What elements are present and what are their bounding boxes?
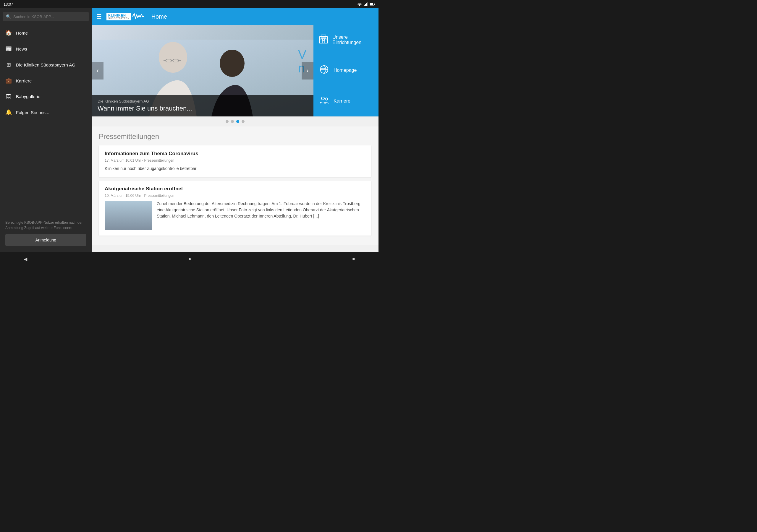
home-button[interactable]: ●: [188, 256, 191, 262]
wifi-icon: [357, 2, 362, 6]
sidebar-item-folgen[interactable]: 🔔 Folgen Sie uns...: [0, 104, 92, 120]
nav-items: 🏠 Home 📰 News ⊞ Die Kliniken Südostbayer…: [0, 25, 92, 216]
status-bar: 13:07: [0, 0, 378, 8]
logo: KLINIKEN SÜDOSTBAYERN: [106, 13, 144, 21]
karriere-icon: [319, 96, 329, 107]
sidebar-item-karriere[interactable]: 💼 Karriere: [0, 73, 92, 89]
back-button[interactable]: ◀: [24, 256, 27, 262]
follow-icon: 🔔: [5, 109, 12, 116]
svg-rect-6: [374, 4, 375, 5]
sidebar-item-folgen-label: Folgen Sie uns...: [16, 110, 49, 115]
caption-subtitle: Die Kliniken Südostbayern AG: [98, 99, 308, 103]
svg-point-23: [321, 97, 324, 100]
svg-point-8: [159, 42, 187, 73]
svg-rect-18: [325, 39, 326, 40]
sidebar-item-news-label: News: [16, 46, 27, 51]
article-2-text: Zunehmender Bedeutung der Altersmedizin …: [157, 201, 366, 230]
hero-dot-4[interactable]: [242, 120, 245, 123]
svg-rect-1: [365, 4, 366, 6]
sidebar-item-karriere-label: Karriere: [16, 78, 32, 83]
logo-wave-icon: [133, 13, 144, 21]
sidebar-item-home[interactable]: 🏠 Home: [0, 25, 92, 41]
einrichtungen-icon: [319, 34, 328, 45]
article-2-title: Akutgeriatrische Station eröffnet: [105, 186, 366, 192]
quick-btn-karriere[interactable]: Karriere: [314, 86, 378, 116]
quick-btn-einrichtungen[interactable]: Unsere Einrichtungen: [314, 25, 378, 55]
hero-dot-3[interactable]: [236, 120, 239, 123]
news-section: Pressemitteilungen Informationen zum The…: [92, 127, 378, 245]
pressemitteilungen-heading: Pressemitteilungen: [99, 133, 371, 141]
svg-rect-17: [321, 39, 322, 40]
article-1-excerpt: Kliniken nur noch über Zugangskontrolle …: [105, 165, 366, 172]
quick-buttons: Unsere Einrichtungen Homepage: [314, 25, 378, 116]
svg-point-26: [111, 206, 119, 213]
logo-area: KLINIKEN SÜDOSTBAYERN: [106, 13, 144, 21]
briefcase-icon: 💼: [5, 77, 12, 84]
status-icons: [357, 2, 375, 6]
hero-prev-button[interactable]: ‹: [92, 62, 104, 79]
article-2-photo: [105, 201, 152, 230]
sidebar-footer: Berechtigte KSOB-APP-Nutzer erhalten nac…: [0, 216, 92, 252]
svg-point-27: [125, 206, 132, 212]
battery-icon: [370, 3, 375, 6]
sidebar-item-news[interactable]: 📰 News: [0, 41, 92, 57]
sidebar-item-babygallerie-label: Babygallerie: [16, 94, 41, 99]
news-icon: 📰: [5, 45, 12, 52]
search-box[interactable]: 🔍: [3, 12, 89, 21]
signal-icon: [364, 2, 368, 6]
hero-section: V n ‹ › Die Kliniken Südostbayern AG Wan…: [92, 25, 378, 116]
main-content: ☰ KLINIKEN SÜDOSTBAYERN Home: [92, 8, 378, 252]
homepage-icon: [319, 65, 329, 76]
hero-image: V n ‹ › Die Kliniken Südostbayern AG Wan…: [92, 25, 314, 116]
svg-rect-29: [105, 222, 152, 230]
menu-icon[interactable]: ☰: [96, 13, 102, 20]
article-2-excerpt: Zunehmender Bedeutung der Altersmedizin …: [157, 201, 366, 219]
news-card-1[interactable]: Informationen zum Thema Coronavirus 17. …: [99, 145, 371, 177]
hero-dot-1[interactable]: [226, 120, 228, 123]
svg-rect-0: [364, 5, 365, 6]
home-icon: 🏠: [5, 30, 12, 36]
bottom-bar: ◀ ● ■: [0, 252, 378, 266]
sidebar-item-home-label: Home: [16, 30, 28, 36]
hero-caption: Die Kliniken Südostbayern AG Wann immer …: [92, 95, 314, 116]
caption-title: Wann immer Sie uns brauchen...: [98, 104, 308, 112]
hero-dots: [92, 116, 378, 127]
svg-point-24: [325, 98, 328, 100]
article-1-title: Informationen zum Thema Coronavirus: [105, 151, 366, 157]
hero-next-button[interactable]: ›: [302, 62, 314, 79]
app-bar: ☰ KLINIKEN SÜDOSTBAYERN Home: [92, 8, 378, 25]
svg-rect-5: [370, 3, 373, 5]
login-button[interactable]: Anmeldung: [5, 234, 86, 246]
sidebar-item-kliniken[interactable]: ⊞ Die Kliniken Südostbayern AG: [0, 57, 92, 73]
quick-btn-homepage[interactable]: Homepage: [314, 55, 378, 86]
search-input[interactable]: [13, 15, 86, 19]
article-2-body: Zunehmender Bedeutung der Altersmedizin …: [105, 201, 366, 230]
hero-dot-2[interactable]: [231, 120, 234, 123]
sidebar-item-babygallerie[interactable]: 🖼 Babygallerie: [0, 89, 92, 104]
app-bar-title: Home: [151, 13, 167, 20]
article-1-meta: 17. März um 10:01 Uhr - Pressemitteilung…: [105, 159, 366, 163]
gallery-icon: 🖼: [5, 93, 12, 100]
grid-icon: ⊞: [5, 62, 12, 68]
svg-rect-2: [366, 3, 367, 6]
article-2-image: [105, 201, 152, 230]
sidebar-item-kliniken-label: Die Kliniken Südostbayern AG: [16, 62, 76, 67]
svg-rect-25: [105, 201, 152, 230]
news-card-2[interactable]: Akutgeriatrische Station eröffnet 10. Mä…: [99, 181, 371, 236]
svg-rect-3: [367, 2, 368, 6]
quick-btn-karriere-label: Karriere: [334, 99, 350, 104]
svg-point-28: [139, 207, 145, 213]
hero-slider: V n ‹ › Die Kliniken Südostbayern AG Wan…: [92, 25, 314, 116]
article-2-meta: 10. März um 15:06 Uhr - Pressemitteilung…: [105, 193, 366, 198]
logo-kliniken: KLINIKEN: [108, 14, 130, 17]
svg-point-9: [220, 50, 245, 77]
sidebar: 🔍 🏠 Home 📰 News ⊞ Die Kliniken Südostbay…: [0, 8, 92, 252]
status-time: 13:07: [4, 2, 13, 7]
quick-btn-einrichtungen-label: Unsere Einrichtungen: [332, 35, 373, 45]
logo-sub: SÜDOSTBAYERN: [108, 17, 130, 20]
search-icon: 🔍: [6, 14, 11, 19]
recent-button[interactable]: ■: [352, 256, 355, 261]
svg-rect-20: [322, 41, 325, 43]
quick-btn-homepage-label: Homepage: [334, 68, 357, 73]
sidebar-footer-text: Berechtigte KSOB-APP-Nutzer erhalten nac…: [5, 221, 82, 230]
